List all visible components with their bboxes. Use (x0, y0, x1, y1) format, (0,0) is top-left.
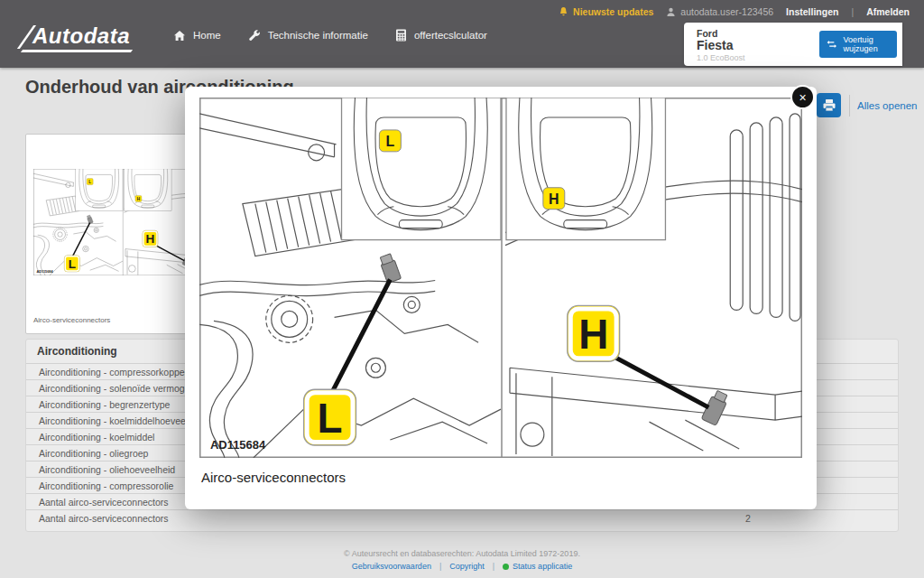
row-label: Aantal airco-serviceconnectors (39, 513, 169, 524)
row-label: Aantal airco-serviceconnectors (39, 497, 169, 508)
modal-caption: Airco-serviceconnectors (201, 470, 346, 485)
printer-icon (822, 98, 836, 112)
top-utility-bar: Nieuwste updates autodata.user-123456 In… (559, 6, 910, 17)
change-vehicle-button[interactable]: Voertuig wujzugen (819, 31, 897, 58)
nav-calculator-label: offertecslculator (414, 30, 487, 41)
row-label: Airconditioning - koelmiddelhoeveelheid (39, 415, 206, 426)
copyright-link[interactable]: Copyright (449, 562, 485, 571)
row-label: Airconditioning - compressorolie (39, 480, 173, 491)
topbar-divider: | (851, 6, 854, 17)
thumbnail-caption: Airco-serviceconnectors (33, 316, 110, 324)
page-footer: © Auteursrecht en databaserechten: Autod… (0, 549, 924, 571)
footer-divider: | (439, 562, 441, 571)
calculator-icon (395, 29, 407, 42)
main-navigation: Home Technische informatie offertecslcul… (173, 29, 487, 42)
terms-link[interactable]: Gebruiksvoorwaarden (352, 562, 431, 571)
service-connectors-diagram (199, 98, 802, 458)
copyright-text: © Auteursrecht en databaserechten: Autod… (0, 549, 924, 558)
nav-technical-label: Technische informatie (268, 30, 368, 41)
print-button[interactable] (817, 93, 841, 117)
logout-link[interactable]: Afmelden (866, 6, 910, 17)
nav-item-technische-informatie[interactable]: Technische informatie (248, 29, 368, 42)
status-link[interactable]: Status applicatie (503, 562, 572, 571)
newest-updates-link[interactable]: Nieuwste updates (559, 6, 653, 17)
home-icon (173, 30, 186, 42)
settings-link[interactable]: Instellingen (786, 6, 838, 17)
open-all-divider (849, 95, 850, 117)
autodata-logo[interactable]: Autodata (20, 23, 135, 52)
close-icon[interactable]: × (790, 85, 815, 109)
nav-item-home[interactable]: Home (173, 30, 221, 42)
change-vehicle-label: Voertuig wujzugen (844, 35, 892, 54)
wrench-icon (248, 29, 261, 42)
row-label: Airconditioning - begrenzertype (39, 399, 170, 410)
swap-arrows-icon (827, 39, 837, 50)
table-row[interactable]: Aantal airco-serviceconnectors 2 (26, 509, 898, 526)
row-value: 2 (712, 510, 784, 526)
user-icon (666, 7, 676, 17)
row-label: Airconditioning - oliehoeveelheid (39, 464, 175, 475)
username-label: autodata.user-123456 (680, 6, 773, 17)
user-account[interactable]: autodata.user-123456 (666, 6, 773, 17)
row-label: Airconditioning - oliegroep (39, 448, 148, 459)
open-all-link[interactable]: Alles openen (857, 100, 918, 111)
status-green-dot (503, 564, 509, 570)
status-label: Status applicatie (513, 562, 572, 571)
vehicle-engine: 1.0 EcoBoost (697, 53, 745, 62)
row-label: Airconditioning - koelmiddel (39, 432, 154, 443)
nav-item-offerte-calculator[interactable]: offertecslculator (395, 29, 487, 42)
bell-icon (559, 6, 568, 17)
vehicle-card: Ford Fiesta 1.0 EcoBoost Voertuig wujzug… (684, 23, 902, 66)
open-all-group: Alles openen (817, 93, 918, 117)
vehicle-model: Fiesta (697, 38, 733, 52)
footer-divider: | (493, 562, 494, 571)
nav-home-label: Home (193, 30, 221, 41)
newest-updates-label: Nieuwste updates (573, 6, 653, 17)
diagram-modal: × Airco-serviceconnectors (185, 87, 817, 509)
